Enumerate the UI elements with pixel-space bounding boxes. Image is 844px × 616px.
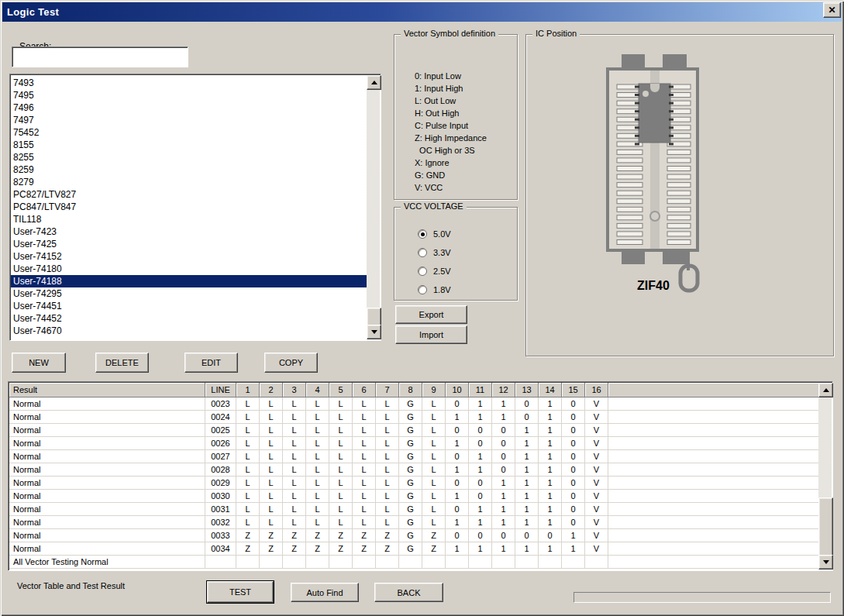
table-row[interactable]: Normal0023LLLLLLLGL011010V [9,397,818,411]
vector-symbol-line: OC High or 3S [415,144,487,157]
list-item[interactable]: User-7425 [11,238,367,250]
pin-cell: L [236,397,260,411]
radio-icon[interactable] [418,267,427,276]
list-item[interactable]: 8255 [11,151,367,163]
line-cell: 0034 [205,542,236,556]
list-item[interactable]: User-74152 [11,250,367,263]
pin-cell: G [399,529,422,542]
import-button[interactable]: Import [395,325,467,344]
list-item[interactable]: User-74180 [11,263,367,275]
ic-listbox[interactable]: 7493749574967497754528155825582598279PC8… [9,74,381,341]
pin-cell: L [376,503,399,516]
list-item[interactable]: User-74451 [11,300,367,312]
result-cell: Normal [9,397,205,411]
pin-slot [617,167,642,171]
table-row[interactable]: Normal0033ZZZZZZZGZ000001V [9,529,818,542]
export-button[interactable]: Export [395,305,467,324]
edit-button[interactable]: EDIT [184,353,238,373]
back-button[interactable]: BACK [374,583,443,602]
vcc-option[interactable]: 3.3V [418,243,451,262]
vcc-option[interactable]: 1.8V [418,280,451,299]
socket-screw [650,212,660,221]
radio-icon[interactable] [418,248,427,257]
pin-cell: 1 [492,516,515,529]
table-row[interactable]: Normal0028LLLLLLLGL110110V [9,463,818,477]
pin-cell: L [329,503,353,516]
table-row[interactable]: Normal0027LLLLLLLGL010110V [9,450,818,463]
pin-cell: 1 [539,397,562,411]
pin-cell: L [306,437,329,450]
result-table[interactable]: ResultLINE12345678910111213141516 Normal… [8,381,833,571]
table-row[interactable]: Normal0024LLLLLLLGL111010V [9,411,818,424]
delete-button[interactable]: DELETE [95,353,149,373]
list-item[interactable]: PC847/LTV847 [11,201,367,213]
table-scroll-up-button[interactable] [818,383,833,397]
result-cell: Normal [9,437,205,450]
table-row[interactable]: Normal0026LLLLLLLGL100110V [9,437,818,450]
test-button[interactable]: TEST [207,581,274,603]
auto-find-button[interactable]: Auto Find [291,583,359,602]
pin-cell: L [283,490,306,503]
close-button[interactable]: ✕ [823,2,841,18]
list-item[interactable]: 8155 [11,139,367,151]
pin-cell [585,556,608,569]
pin-cell [353,556,376,569]
list-item[interactable]: User-74295 [11,287,367,300]
table-row[interactable]: Normal0034ZZZZZZZGZ111111V [9,542,818,556]
table-row[interactable]: Normal0029LLLLLLLGL001110V [9,477,818,490]
table-row[interactable]: All Vector Testing Normal [9,556,818,569]
list-item[interactable]: 8259 [11,163,367,176]
arrow-up-icon [371,81,377,84]
table-row[interactable]: Normal0031LLLLLLLGL011110V [9,503,818,516]
radio-icon[interactable] [418,285,427,294]
list-item[interactable]: 8279 [11,176,367,188]
vcc-option[interactable]: 5.0V [418,225,451,243]
header-cell: 6 [353,383,376,397]
table-scroll-thumb[interactable] [818,497,833,556]
pin-cell: G [399,397,422,411]
list-item[interactable]: 7497 [11,114,367,126]
list-item[interactable]: PC827/LTV827 [11,188,367,201]
list-item[interactable]: User-7423 [11,225,367,238]
copy-button[interactable]: COPY [264,353,318,373]
pin-cell: L [283,411,306,424]
table-row[interactable]: Normal0025LLLLLLLGL000110V [9,424,818,437]
ic-list-scrollbar[interactable] [367,75,380,339]
pin-slot [617,150,642,154]
new-button[interactable]: NEW [12,353,66,373]
pin-slot [617,199,642,204]
pin-cell: 1 [515,437,539,450]
pin-cell: L [236,411,260,424]
scroll-up-button[interactable] [367,75,381,90]
table-row[interactable]: Normal0030LLLLLLLGL101110V [9,490,818,503]
list-item[interactable]: TIL118 [11,213,367,225]
list-item[interactable]: 7495 [11,89,367,102]
list-item[interactable]: 75452 [11,126,367,139]
pin-cell: 0 [446,477,469,490]
list-item[interactable]: User-74188 [11,275,367,287]
search-input[interactable] [12,46,188,67]
pin-cell: 1 [539,490,562,503]
list-item[interactable]: User-74452 [11,312,367,325]
table-scroll-down-button[interactable] [818,555,833,570]
header-cell: 16 [585,383,608,397]
scroll-down-button[interactable] [367,325,381,339]
pin-cell: V [585,411,608,424]
pin-slot [617,191,642,195]
radio-icon[interactable] [418,229,427,239]
chip-pin-tick [669,86,673,88]
table-row[interactable]: Normal0032LLLLLLLGL111110V [9,516,818,529]
pin-cell: 0 [492,463,515,477]
list-item[interactable]: 7493 [11,77,367,89]
pin-cell: G [399,503,422,516]
pin-cell: G [399,463,422,477]
pin-cell: 1 [469,463,492,477]
pin-cell: L [353,463,376,477]
vcc-option[interactable]: 2.5V [418,262,451,280]
header-cell: 13 [515,383,539,397]
chip-pin-tick [635,102,639,105]
pin-slot [667,240,691,245]
list-item[interactable]: 7496 [11,102,367,114]
list-item[interactable]: User-74670 [11,325,367,337]
table-scrollbar[interactable] [818,383,832,570]
